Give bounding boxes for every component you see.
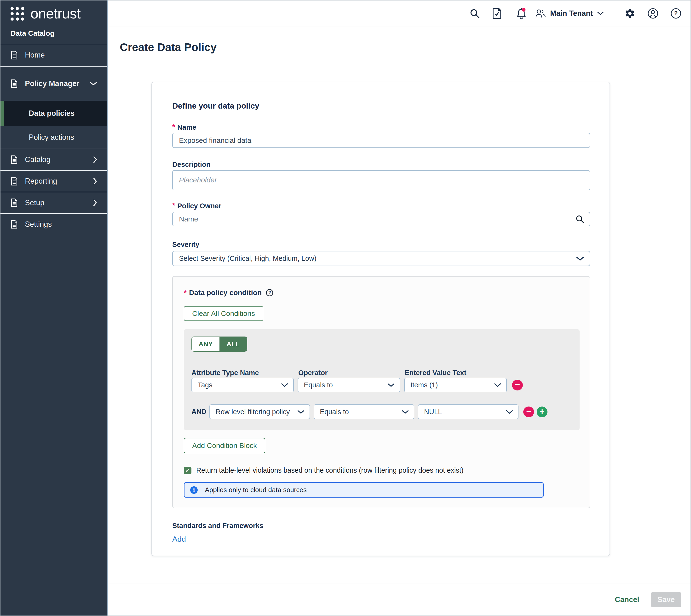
main-content: Create Data Policy Define your data poli… [109,27,691,616]
help-icon[interactable]: ? [266,289,273,296]
sidebar-item-label: Reporting [25,177,57,185]
sidebar-item-setup[interactable]: Setup [0,192,107,213]
remove-condition-button[interactable]: − [512,380,523,391]
value-select[interactable]: NULL [418,404,518,419]
add-condition-button[interactable]: + [537,406,548,417]
table-level-violations-option: ✓ Return table-level violations based on… [184,466,463,474]
description-input[interactable] [172,170,590,190]
required-asterisk: * [184,289,187,296]
help-icon[interactable]: ? [670,8,682,19]
column-header-operator: Operator [298,369,328,377]
condition-block: ANY ALL Attribute Type Name Operator Ent… [184,329,580,430]
condition-label: * Data policy condition ? [184,289,273,297]
add-standards-link[interactable]: Add [172,535,186,544]
operator-select[interactable]: Equals to [314,404,414,419]
toggle-any-button[interactable]: ANY [192,337,220,351]
onetrust-logo: onetrust [10,7,81,21]
add-condition-block-button[interactable]: Add Condition Block [184,438,265,453]
document-icon [10,51,18,60]
search-icon[interactable] [575,215,584,224]
chevron-right-icon [93,177,97,185]
severity-label: Severity [172,241,199,248]
attribute-select[interactable]: Tags [192,378,294,392]
column-header-attribute: Attribute Type Name [192,369,259,377]
severity-select[interactable]: Select Severity (Critical, High, Medium,… [172,251,590,266]
sidebar-item-settings[interactable]: Settings [0,214,107,235]
chevron-down-icon [597,11,604,16]
sidebar-item-home[interactable]: Home [0,44,107,66]
chevron-right-icon [93,156,97,163]
policy-owner-input[interactable] [172,212,590,226]
policy-owner-label: * Policy Owner [172,202,221,210]
chevron-right-icon [93,199,97,206]
operator-select[interactable]: Equals to [297,378,400,392]
chevron-down-icon [401,410,409,414]
required-asterisk: * [172,202,175,209]
tenant-label: Main Tenant [550,9,593,18]
create-policy-card: Define your data policy * Name Descripti… [151,82,610,556]
condition-section: * Data policy condition ? Clear All Cond… [172,276,590,508]
clear-all-conditions-button[interactable]: Clear All Conditions [184,306,263,321]
required-asterisk: * [172,124,175,130]
document-icon [10,177,18,185]
gear-icon[interactable] [624,8,636,19]
document-icon [10,198,18,207]
page-title: Create Data Policy [120,41,217,54]
remove-condition-button[interactable]: − [523,406,534,417]
conjunction-label: AND [192,408,206,416]
sidebar-item-label: Setup [25,198,44,207]
logo-dots-icon [10,7,24,21]
document-icon [10,155,18,164]
name-label: * Name [172,124,196,131]
sidebar-item-data-policies[interactable]: Data policies [0,101,107,126]
document-icon [10,79,18,88]
sidebar-item-policy-actions[interactable]: Policy actions [0,126,107,149]
tenant-switcher[interactable]: Main Tenant [535,8,604,18]
value-select-value: NULL [424,408,442,416]
search-icon[interactable] [469,8,480,19]
info-banner: i Applies only to cloud data sources [184,482,544,498]
sidebar-item-label: Data policies [29,109,74,118]
sidebar-item-reporting[interactable]: Reporting [0,171,107,192]
info-icon: i [190,486,198,494]
save-button[interactable]: Save [651,592,681,608]
card-section-title: Define your data policy [172,102,259,110]
value-select-value: Items (1) [410,381,438,389]
attribute-select-value: Row level filtering policy [216,408,290,416]
checkbox-checked[interactable]: ✓ [184,467,192,474]
column-header-value: Entered Value Text [405,369,466,377]
attribute-select-value: Tags [198,381,212,389]
document-icon [10,220,18,229]
operator-select-value: Equals to [304,381,333,389]
value-select[interactable]: Items (1) [404,378,507,392]
chevron-down-icon [297,410,305,414]
notifications-bell-icon[interactable] [516,7,527,20]
sidebar-item-policy-manager[interactable]: Policy Manager [0,67,107,100]
top-header-bar: Main Tenant ? [109,0,691,27]
description-label: Description [172,160,210,169]
chevron-down-icon [90,82,97,86]
sidebar-item-label: Settings [25,220,52,229]
chevron-down-icon [281,383,288,387]
sidebar: onetrust Data Catalog Home Policy Manage… [0,0,108,616]
document-check-icon[interactable] [492,8,502,19]
toggle-all-button[interactable]: ALL [220,337,247,351]
chevron-down-icon [506,410,513,414]
sidebar-item-label: Catalog [25,155,50,164]
cancel-button[interactable]: Cancel [614,595,641,604]
any-all-toggle: ANY ALL [192,336,247,352]
checkbox-label: Return table-level violations based on t… [196,466,463,474]
logo-wordmark: onetrust [30,7,81,21]
info-banner-text: Applies only to cloud data sources [205,486,307,494]
severity-select-value: Select Severity (Critical, High, Medium,… [179,255,316,262]
chevron-down-icon [576,256,584,261]
product-label: Data Catalog [10,29,54,37]
account-icon[interactable] [647,8,659,19]
footer-action-bar: Cancel Save [109,583,691,616]
attribute-select[interactable]: Row level filtering policy [209,404,310,419]
sidebar-item-catalog[interactable]: Catalog [0,149,107,170]
chevron-down-icon [387,383,395,387]
chevron-down-icon [494,383,501,387]
name-input[interactable] [172,133,590,148]
people-icon [535,8,546,18]
